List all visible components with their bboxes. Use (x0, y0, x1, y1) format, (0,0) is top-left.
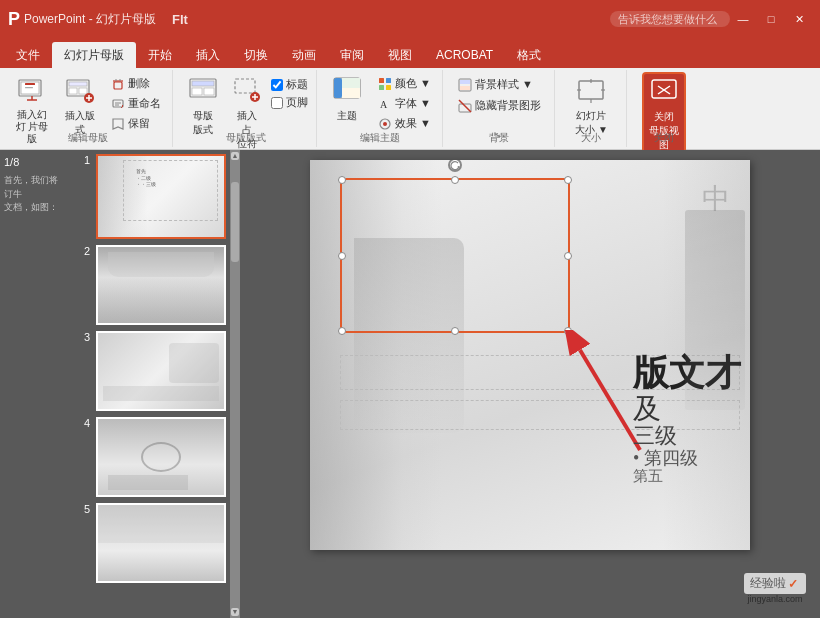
tab-cut[interactable]: 切换 (232, 42, 280, 68)
slide-thumb-1[interactable]: 首先 ・二级 ・・三级 (96, 154, 226, 239)
slide-size-button[interactable]: 幻灯片大小 ▼ (569, 72, 613, 140)
small-btns-col: 删除 重命名 保留 (106, 72, 166, 133)
close-group-label: 关闭 (629, 131, 699, 145)
insert-layout-icon (64, 75, 96, 107)
handle-mr[interactable] (564, 252, 572, 260)
handle-ml[interactable] (338, 252, 346, 260)
master-layout-button[interactable]: 母版版式 (181, 72, 225, 140)
maximize-button[interactable]: □ (758, 9, 784, 29)
rename-button[interactable]: 重命名 (106, 94, 166, 113)
theme-button[interactable]: 主题 (325, 72, 369, 130)
handle-br[interactable] (564, 327, 572, 335)
svg-rect-23 (204, 88, 214, 95)
app-logo-icon: P (8, 9, 20, 30)
slide-thumb-3[interactable] (96, 331, 226, 411)
slide-1-container: 1 首先 ・二级 ・・三级 (84, 154, 226, 239)
svg-rect-29 (334, 78, 342, 98)
ribbon-group-size: 幻灯片大小 ▼ 大小 (557, 70, 627, 147)
slide-size-icon (575, 75, 607, 107)
scrollbar-thumb[interactable] (231, 182, 239, 262)
minimize-button[interactable]: — (730, 9, 756, 29)
watermark-domain: jingyanla.com (744, 594, 806, 604)
hide-bg-button[interactable]: 隐藏背景图形 (453, 96, 546, 115)
svg-rect-24 (235, 79, 255, 93)
app-title: PowerPoint - 幻灯片母版 (24, 11, 156, 28)
bg-style-icon (458, 78, 472, 92)
left-text-line3: 文档，如图： (4, 201, 76, 215)
close-button[interactable]: ✕ (786, 9, 812, 29)
background-group-label: 背景 (445, 131, 554, 145)
title-checkbox-input[interactable] (271, 79, 283, 91)
footer-checkbox-label: 页脚 (286, 95, 308, 110)
font-button[interactable]: A 字体 ▼ (373, 94, 436, 113)
main-area: 1/8 首先，我们将 订牛 文档，如图： 1 首先 ・二级 (0, 150, 820, 618)
checkboxes-col: 标题 页脚 (269, 72, 310, 111)
svg-rect-44 (579, 81, 603, 99)
insert-slidemaster-icon (16, 75, 48, 107)
svg-rect-41 (460, 86, 470, 90)
scroll-down-button[interactable]: ▼ (231, 608, 239, 616)
selected-picture-box[interactable] (340, 178, 570, 333)
left-text-content: 首先，我们将 订牛 文档，如图： (4, 174, 76, 215)
watermark-check: ✓ (788, 577, 798, 591)
delete-icon (111, 77, 125, 91)
slide-thumb-4[interactable] (96, 417, 226, 497)
master-layout-main-icon (187, 75, 219, 107)
scrollbar-track (231, 162, 239, 606)
slide-1-content: 首先 ・二级 ・・三级 (98, 156, 224, 237)
svg-rect-7 (69, 82, 87, 86)
font-label: 字体 ▼ (395, 96, 431, 111)
watermark-container: 经验啦 ✓ jingyanla.com (744, 573, 806, 604)
slide-canvas[interactable]: 版文才 及 三级 • 第四级 第五 中 (310, 160, 750, 550)
edit-theme-group-label: 编辑主题 (319, 131, 442, 145)
slide-2-container: 2 (84, 245, 226, 325)
handle-tm[interactable] (451, 176, 459, 184)
search-input[interactable] (610, 11, 730, 27)
slide-thumb-2[interactable] (96, 245, 226, 325)
effect-label: 效果 ▼ (395, 116, 431, 131)
footer-checkbox[interactable]: 页脚 (269, 94, 310, 111)
handle-bl[interactable] (338, 327, 346, 335)
tab-view[interactable]: 视图 (376, 42, 424, 68)
slide-thumb-5[interactable] (96, 503, 226, 583)
fit-text: FIt (172, 12, 188, 27)
color-button[interactable]: 颜色 ▼ (373, 74, 436, 93)
slides-panel: 1 首先 ・二级 ・・三级 (80, 150, 230, 618)
tab-format[interactable]: 格式 (505, 42, 553, 68)
title-checkbox[interactable]: 标题 (269, 76, 310, 93)
slide-5-container: 5 (84, 503, 226, 583)
svg-line-43 (459, 100, 471, 112)
tab-review[interactable]: 审阅 (328, 42, 376, 68)
ribbon-group-edit-master: 插入幻灯 片母版 插入版式 (4, 70, 173, 147)
tab-acrobat[interactable]: ACROBAT (424, 42, 505, 68)
edit-master-group-label: 编辑母版 (4, 131, 172, 145)
handle-bm[interactable] (451, 327, 459, 335)
tab-insert[interactable]: 插入 (184, 42, 232, 68)
preserve-icon (111, 117, 125, 131)
svg-rect-34 (379, 85, 384, 90)
delete-button[interactable]: 删除 (106, 74, 166, 93)
tab-slidemaster[interactable]: 幻灯片母版 (52, 42, 136, 68)
insert-layout-button[interactable]: 插入版式 (58, 72, 102, 140)
theme-icon (331, 75, 363, 107)
bg-style-button[interactable]: 背景样式 ▼ (453, 75, 546, 94)
footer-checkbox-input[interactable] (271, 97, 283, 109)
svg-rect-33 (386, 78, 391, 83)
svg-rect-32 (379, 78, 384, 83)
right-ink-art: 中 (640, 160, 750, 550)
ribbon-group-close: 关闭母版视图 关闭 (629, 70, 699, 147)
preserve-label: 保留 (128, 116, 150, 131)
tab-animation[interactable]: 动画 (280, 42, 328, 68)
slides-scrollbar[interactable]: ▲ ▼ (230, 150, 240, 618)
handle-tr[interactable] (564, 176, 572, 184)
tab-start[interactable]: 开始 (136, 42, 184, 68)
svg-rect-35 (386, 85, 391, 90)
slide-4-num: 4 (84, 417, 94, 431)
left-info-panel: 1/8 首先，我们将 订牛 文档，如图： (0, 150, 80, 618)
svg-rect-22 (192, 88, 202, 95)
color-label: 颜色 ▼ (395, 76, 431, 91)
tab-file[interactable]: 文件 (4, 42, 52, 68)
handle-tl[interactable] (338, 176, 346, 184)
svg-text:A: A (380, 99, 388, 110)
close-view-icon (648, 76, 680, 108)
